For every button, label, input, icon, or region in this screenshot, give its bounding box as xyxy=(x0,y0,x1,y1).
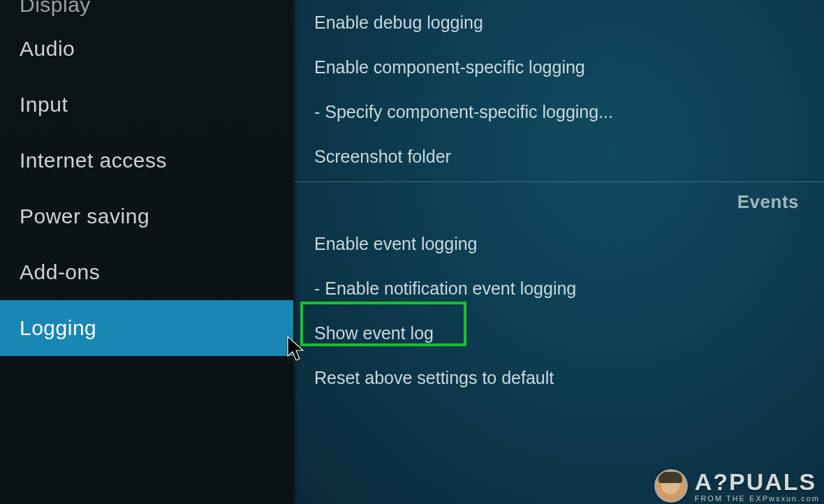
setting-enable-debug-logging[interactable]: Enable debug logging xyxy=(293,0,824,45)
mouse-cursor-icon xyxy=(286,335,306,366)
setting-specify-component-specific-logging[interactable]: - Specify component-specific logging... xyxy=(293,89,824,134)
section-header-events: Events xyxy=(293,181,824,221)
sidebar-item-audio[interactable]: Audio xyxy=(0,21,293,77)
sidebar-item-add-ons[interactable]: Add-ons xyxy=(0,244,293,300)
setting-enable-component-specific-logging[interactable]: Enable component-specific logging xyxy=(293,45,824,89)
watermark: A?PUALS FROM THE EXPwsxun.com xyxy=(654,469,820,503)
app-root: Display Audio Input Internet access Powe… xyxy=(0,0,824,504)
setting-show-event-log[interactable]: Show event log xyxy=(293,311,824,355)
setting-reset-to-default[interactable]: Reset above settings to default xyxy=(293,355,824,400)
sidebar-item-power-saving[interactable]: Power saving xyxy=(0,188,293,244)
sidebar-item-logging[interactable]: Logging xyxy=(0,300,293,356)
setting-screenshot-folder[interactable]: Screenshot folder xyxy=(293,134,824,179)
sidebar-item-internet-access[interactable]: Internet access xyxy=(0,133,293,188)
setting-enable-notification-event-logging[interactable]: - Enable notification event logging xyxy=(293,266,824,311)
watermark-avatar-icon xyxy=(654,469,688,503)
setting-enable-event-logging[interactable]: Enable event logging xyxy=(293,221,824,266)
sidebar-item-display[interactable]: Display xyxy=(0,0,293,21)
watermark-text: A?PUALS FROM THE EXPwsxun.com xyxy=(695,470,820,503)
sidebar-item-input[interactable]: Input xyxy=(0,77,293,133)
settings-content: Enable debug logging Enable component-sp… xyxy=(293,0,824,504)
settings-sidebar: Display Audio Input Internet access Powe… xyxy=(0,0,293,504)
